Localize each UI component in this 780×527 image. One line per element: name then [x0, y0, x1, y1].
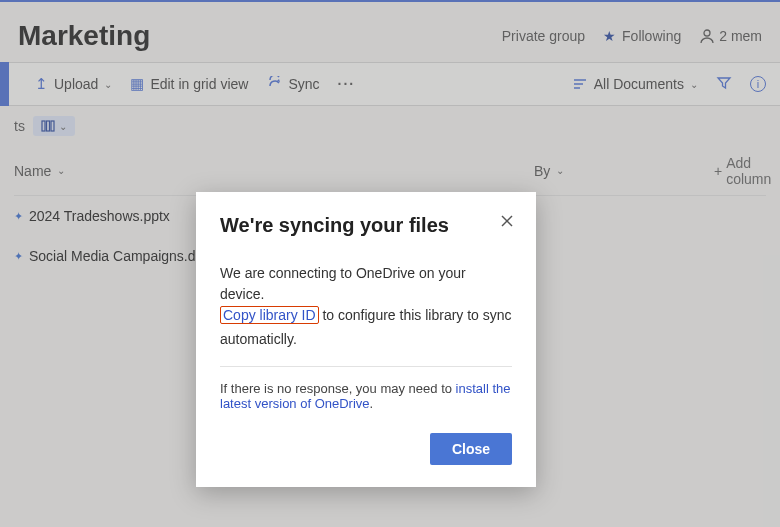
- follow-button[interactable]: ★ Following: [603, 28, 681, 44]
- info-button[interactable]: i: [750, 76, 766, 92]
- person-icon: [699, 28, 715, 44]
- column-header-row: Name ⌄ By ⌄ + Add column: [14, 146, 766, 196]
- edit-grid-button[interactable]: ▦ Edit in grid view: [130, 75, 248, 93]
- view-selector[interactable]: All Documents ⌄: [572, 76, 698, 93]
- sync-status-icon: ✦: [14, 210, 23, 223]
- column-header-name[interactable]: Name ⌄: [14, 163, 314, 179]
- overflow-button[interactable]: ···: [338, 76, 356, 92]
- dialog-body: We are connecting to OneDrive on your de…: [220, 263, 512, 350]
- members-count: 2 mem: [719, 28, 762, 44]
- sync-dialog: We're syncing your files We are connecti…: [196, 192, 536, 487]
- sync-button[interactable]: Sync: [266, 76, 319, 93]
- list-icon: [572, 76, 588, 93]
- dialog-title: We're syncing your files: [220, 214, 512, 237]
- view-selector-label: All Documents: [594, 76, 684, 92]
- chevron-down-icon: ⌄: [57, 165, 65, 176]
- chevron-down-icon: ⌄: [59, 121, 67, 132]
- close-icon[interactable]: [500, 214, 514, 232]
- page-title: Marketing: [18, 20, 150, 52]
- new-button[interactable]: [0, 62, 9, 106]
- chevron-down-icon: ⌄: [556, 165, 564, 176]
- follow-label: Following: [622, 28, 681, 44]
- chevron-down-icon: ⌄: [104, 79, 112, 90]
- plus-icon: +: [714, 163, 722, 179]
- page-header: Marketing Private group ★ Following 2 me…: [0, 2, 780, 62]
- dialog-secondary-text: If there is no response, you may need to…: [220, 366, 512, 411]
- edit-grid-label: Edit in grid view: [150, 76, 248, 92]
- upload-label: Upload: [54, 76, 98, 92]
- filter-button[interactable]: [716, 75, 732, 94]
- grid-icon: ▦: [130, 75, 144, 93]
- columns-icon: [41, 119, 55, 133]
- svg-rect-5: [46, 121, 49, 131]
- upload-icon: ↥: [35, 75, 48, 93]
- sync-icon: [266, 76, 282, 93]
- privacy-label: Private group: [502, 28, 585, 44]
- breadcrumb-bar: ts ⌄: [0, 106, 780, 146]
- command-bar: ↥ Upload ⌄ ▦ Edit in grid view Sync ··· …: [0, 62, 780, 106]
- upload-button[interactable]: ↥ Upload ⌄: [35, 75, 112, 93]
- file-name: Social Media Campaigns.do: [29, 248, 203, 264]
- column-header-by[interactable]: By ⌄: [534, 163, 714, 179]
- copy-library-id-link[interactable]: Copy library ID: [223, 307, 316, 323]
- view-toggle[interactable]: ⌄: [33, 116, 75, 136]
- svg-rect-4: [42, 121, 45, 131]
- star-icon: ★: [603, 28, 616, 44]
- sync-label: Sync: [288, 76, 319, 92]
- svg-rect-6: [51, 121, 54, 131]
- close-button[interactable]: Close: [430, 433, 512, 465]
- sync-status-icon: ✦: [14, 250, 23, 263]
- file-name: 2024 Tradeshows.pptx: [29, 208, 170, 224]
- svg-point-0: [704, 30, 710, 36]
- members-indicator[interactable]: 2 mem: [699, 28, 762, 44]
- add-column-button[interactable]: + Add column: [714, 155, 771, 187]
- chevron-down-icon: ⌄: [690, 79, 698, 90]
- breadcrumb-suffix: ts: [14, 118, 25, 134]
